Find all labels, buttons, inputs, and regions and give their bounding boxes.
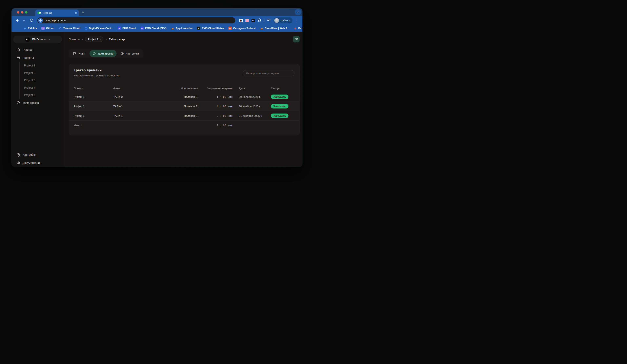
filter-input[interactable]: [243, 70, 295, 76]
sidebar-footer: Настройки Документация: [13, 151, 62, 167]
sidebar-item-label: Проекты: [22, 56, 34, 59]
table-row[interactable]: Project 1 TASK-2 Полевов Е. 4 ч 00 мин 3…: [69, 102, 299, 111]
bookmark-todoist[interactable]: Сегодня – Todoist: [228, 27, 256, 30]
sidebar-project-2[interactable]: Project 2: [20, 69, 62, 77]
cell-date: 01 декабря 2025 г.: [232, 114, 271, 117]
forward-button[interactable]: [21, 17, 27, 23]
digitalocean-icon: [85, 27, 88, 30]
bookmark-app-launcher[interactable]: App Launcher: [171, 27, 193, 30]
cell-feature: TASK-1: [113, 114, 164, 117]
sidebar-item-time-tracker[interactable]: Тайм-трекер: [13, 99, 62, 107]
column-project: Проект: [74, 87, 113, 90]
cloudflare-icon: [260, 27, 263, 30]
gitlab-icon: [41, 27, 45, 30]
new-tab-button[interactable]: [80, 10, 86, 15]
tab-time-tracker[interactable]: Тайм-трекер: [90, 50, 117, 57]
qr-extension-icon[interactable]: [239, 19, 243, 22]
cell-status: Завершено: [271, 95, 295, 99]
extensions-puzzle-icon[interactable]: [258, 18, 261, 23]
bookmark-em-jira[interactable]: EM Jira: [23, 27, 37, 30]
bookmark-passbolt[interactable]: Passbolt: [294, 27, 302, 30]
tab-flags[interactable]: Флаги: [70, 50, 89, 57]
cell-status: Завершено: [271, 113, 295, 118]
toolbar-divider: [264, 18, 264, 22]
total-label: Итого: [74, 124, 113, 127]
app-main: Проекты Project 1 Тайм-трекер ЕП Флаги Т…: [64, 32, 302, 167]
sidebar-project-5[interactable]: Project 5: [20, 91, 62, 99]
browser-toolbar: cloud.flipflag.dev Работа: [11, 16, 302, 25]
browser-tab-strip: FlipFlag: [11, 8, 302, 16]
bookmark-yandex-cloud[interactable]: Yandex Cloud: [58, 27, 80, 30]
sidebar-project-1[interactable]: Project 1: [20, 62, 62, 69]
flag-icon: [73, 52, 76, 55]
todoist-icon: [228, 27, 232, 30]
px-extension-icon[interactable]: [252, 19, 255, 22]
sidebar-item-label: Тайм-трекер: [22, 101, 39, 104]
breadcrumb-project-dropdown[interactable]: Project 1: [85, 37, 104, 42]
browser-tab-flipflag[interactable]: FlipFlag: [35, 9, 79, 16]
card-subtitle: Учет времени по проектам и задачам.: [74, 74, 120, 77]
total-time: 7 ч 00 мин: [198, 124, 232, 127]
card-title-block: Трекер времени Учет времени по проектам …: [74, 68, 120, 77]
cell-date: 30 ноября 2025 г.: [232, 105, 271, 108]
app-content: EL EMD Labs Главная Проекты Project 1: [11, 32, 302, 167]
media-playlist-icon[interactable]: [267, 18, 271, 23]
maximize-window-button[interactable]: [25, 11, 27, 13]
bookmark-gitlab[interactable]: GitLab: [41, 27, 54, 30]
bookmark-emd-cloud[interactable]: EMD Cloud: [118, 27, 136, 30]
cell-status: Завершено: [271, 104, 295, 108]
pink-extension-icon[interactable]: [245, 19, 249, 22]
breadcrumb-chevron-icon: [82, 38, 83, 41]
table-header-row: Проект Фича Исполнитель Затраченное врем…: [69, 85, 299, 92]
column-feature: Фича: [113, 87, 164, 90]
bookmark-digitalocean[interactable]: DigitalOcean Cont...: [85, 27, 113, 30]
cell-project: Project 1: [74, 114, 113, 117]
sidebar-item-projects[interactable]: Проекты: [13, 54, 62, 62]
tab-settings[interactable]: Настройки: [117, 50, 142, 57]
breadcrumb-project-label: Project 1: [88, 38, 98, 41]
cell-feature: TASK-2: [113, 105, 164, 108]
sidebar-item-home[interactable]: Главная: [13, 46, 62, 54]
bookmark-emd-cloud-status[interactable]: EMD Cloud Status: [197, 27, 224, 30]
tab-list-chevron-button[interactable]: [295, 9, 301, 15]
back-button[interactable]: [14, 17, 20, 23]
table-row[interactable]: Project 1 TASK-1 Полевов Е. 2 ч 00 мин 0…: [69, 111, 299, 121]
breadcrumb-chevron-icon: [106, 38, 107, 41]
bookmark-emd-cloud-dev[interactable]: EMD Cloud (DEV): [141, 27, 167, 30]
sidebar-project-3[interactable]: Project 3: [20, 77, 62, 84]
emd-cloud-icon: [118, 27, 121, 30]
tab-close-icon[interactable]: [75, 11, 77, 14]
site-globe-icon: [38, 18, 43, 23]
clock-icon: [17, 101, 20, 104]
org-name: EMD Labs: [32, 38, 46, 41]
profile-avatar: [274, 18, 279, 23]
sidebar-item-settings[interactable]: Настройки: [13, 151, 62, 159]
address-bar[interactable]: cloud.flipflag.dev: [37, 17, 235, 23]
browser-profile-button[interactable]: Работа: [273, 17, 293, 23]
sidebar-item-docs[interactable]: Документация: [13, 159, 62, 167]
browser-window: FlipFlag cloud.flipflag.d: [11, 8, 302, 167]
chevron-down-icon: [297, 11, 299, 13]
table-row[interactable]: Project 1 TASK-2 Полевов Е. 1 ч 00 мин 3…: [69, 92, 299, 102]
cell-time: 1 ч 00 мин: [198, 95, 232, 98]
breadcrumb-projects[interactable]: Проекты: [69, 38, 80, 41]
tab-title: FlipFlag: [43, 11, 73, 14]
browser-menu-kebab-icon[interactable]: [295, 19, 299, 22]
cell-project: Project 1: [74, 105, 113, 108]
sidebar-nav: Главная Проекты Project 1 Project 2 Proj…: [13, 46, 62, 107]
reload-button[interactable]: [28, 17, 35, 23]
sidebar-item-label: Документация: [22, 161, 41, 164]
projects-tree: Project 1 Project 2 Project 3 Project 4 …: [19, 62, 62, 99]
sidebar-project-4[interactable]: Project 4: [20, 84, 62, 92]
bookmark-cloudflare[interactable]: Cloudflare | Web P...: [260, 27, 289, 30]
cell-time: 4 ч 00 мин: [198, 105, 232, 108]
sidebar-item-label: Настройки: [22, 153, 36, 156]
column-assignee: Исполнитель: [164, 87, 198, 90]
minimize-window-button[interactable]: [21, 11, 23, 13]
user-avatar[interactable]: ЕП: [293, 36, 300, 42]
toolbar-right-cluster: Работа: [239, 17, 299, 23]
close-window-button[interactable]: [17, 11, 19, 13]
jira-icon: [23, 27, 26, 30]
org-switcher[interactable]: EL EMD Labs: [13, 36, 62, 43]
gear-icon: [17, 153, 20, 156]
